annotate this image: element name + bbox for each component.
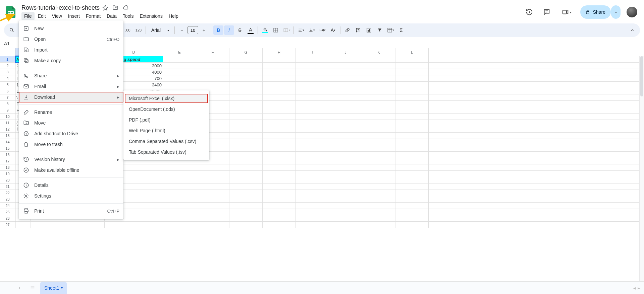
insert-chart-button[interactable] <box>364 25 374 35</box>
cell-G20[interactable] <box>229 177 263 183</box>
cell-I9[interactable] <box>296 107 329 114</box>
cell-E5[interactable] <box>163 82 196 88</box>
row-header-26[interactable]: 26 <box>0 215 15 222</box>
cell-J14[interactable] <box>329 139 362 145</box>
cell-G17[interactable] <box>229 158 263 164</box>
cell-J20[interactable] <box>329 177 362 183</box>
menu-tools[interactable]: Tools <box>120 12 137 20</box>
file-menu-settings[interactable]: Settings <box>19 191 123 201</box>
file-menu-download[interactable]: Download▶ <box>19 92 123 102</box>
download-microsoft[interactable]: Microsoft Excel (.xlsx) <box>125 94 208 103</box>
cell-K13[interactable] <box>362 133 395 139</box>
decimal-dec-icon[interactable]: .00 <box>123 25 133 35</box>
cell-L7[interactable] <box>395 94 429 101</box>
cell-G13[interactable] <box>229 133 263 139</box>
cell-I20[interactable] <box>296 177 329 183</box>
cell-I7[interactable] <box>296 94 329 101</box>
cell-K23[interactable] <box>362 196 395 203</box>
cell-I8[interactable] <box>296 101 329 107</box>
cell-E22[interactable] <box>163 190 196 196</box>
document-title[interactable]: Rows-tutorial-excel-to-sheets <box>21 4 100 11</box>
cell-G11[interactable] <box>229 120 263 126</box>
cell-K4[interactable] <box>362 75 395 82</box>
cell-B27[interactable] <box>31 222 46 228</box>
cell-K1[interactable] <box>362 56 395 63</box>
merge-button[interactable]: ▾ <box>281 25 291 35</box>
cell-E4[interactable] <box>163 75 196 82</box>
cell-J11[interactable] <box>329 120 362 126</box>
cell-J2[interactable] <box>329 63 362 69</box>
cell-G3[interactable] <box>229 69 263 75</box>
cell-G1[interactable] <box>229 56 263 63</box>
cell-H3[interactable] <box>263 69 296 75</box>
cell-L19[interactable] <box>395 171 429 177</box>
download-web[interactable]: Web Page (.html) <box>123 125 209 136</box>
menu-help[interactable]: Help <box>166 12 181 20</box>
cell-J7[interactable] <box>329 94 362 101</box>
functions-button[interactable]: Σ <box>396 25 406 35</box>
valign-button[interactable]: ▾ <box>307 25 317 35</box>
menu-edit[interactable]: Edit <box>35 12 49 20</box>
cell-I11[interactable] <box>296 120 329 126</box>
cell-L15[interactable] <box>395 145 429 152</box>
cell-K16[interactable] <box>362 152 395 158</box>
row-header-22[interactable]: 22 <box>0 190 15 196</box>
fill-color-button[interactable] <box>260 25 270 35</box>
cell-I10[interactable] <box>296 114 329 120</box>
cell-H20[interactable] <box>263 177 296 183</box>
cell-G26[interactable] <box>229 215 263 222</box>
cell-G7[interactable] <box>229 94 263 101</box>
cell-H6[interactable] <box>263 88 296 94</box>
cell-F4[interactable] <box>196 75 229 82</box>
row-header-21[interactable]: 21 <box>0 183 15 190</box>
cell-L2[interactable] <box>395 63 429 69</box>
file-menu-make-available-offline[interactable]: Make available offline <box>19 165 123 175</box>
cell-H11[interactable] <box>263 120 296 126</box>
cell-I5[interactable] <box>296 82 329 88</box>
file-menu-move[interactable]: Move <box>19 118 123 128</box>
cell-K7[interactable] <box>362 94 395 101</box>
cell-I23[interactable] <box>296 196 329 203</box>
cell-K26[interactable] <box>362 215 395 222</box>
cell-K24[interactable] <box>362 203 395 209</box>
cell-H19[interactable] <box>263 171 296 177</box>
cell-I16[interactable] <box>296 152 329 158</box>
cell-K12[interactable] <box>362 126 395 133</box>
row-header-17[interactable]: 17 <box>0 158 15 164</box>
cell-G22[interactable] <box>229 190 263 196</box>
cell-K15[interactable] <box>362 145 395 152</box>
cell-K11[interactable] <box>362 120 395 126</box>
row-header-15[interactable]: 15 <box>0 145 15 152</box>
cell-J12[interactable] <box>329 126 362 133</box>
file-menu-make-a-copy[interactable]: Make a copy <box>19 55 123 66</box>
row-header-13[interactable]: 13 <box>0 133 15 139</box>
download-comma[interactable]: Comma Separated Values (.csv) <box>123 136 209 147</box>
cell-H12[interactable] <box>263 126 296 133</box>
cell-J3[interactable] <box>329 69 362 75</box>
menu-format[interactable]: Format <box>83 12 103 20</box>
cell-J22[interactable] <box>329 190 362 196</box>
collapse-toolbar-icon[interactable] <box>627 25 637 35</box>
menu-insert[interactable]: Insert <box>65 12 83 20</box>
font-size-input[interactable] <box>187 26 198 34</box>
file-menu-version-history[interactable]: Version history▶ <box>19 154 123 165</box>
cell-G16[interactable] <box>229 152 263 158</box>
row-header-11[interactable]: 11 <box>0 120 15 126</box>
menu-file[interactable]: File <box>21 12 35 20</box>
cell-D27[interactable] <box>105 222 163 228</box>
cell-E19[interactable] <box>163 171 196 177</box>
download-pdf[interactable]: PDF (.pdf) <box>123 115 209 125</box>
cell-H10[interactable] <box>263 114 296 120</box>
row-header-27[interactable]: 27 <box>0 222 15 228</box>
cell-I4[interactable] <box>296 75 329 82</box>
row-header-14[interactable]: 14 <box>0 139 15 145</box>
cell-H15[interactable] <box>263 145 296 152</box>
row-header-4[interactable]: 4 <box>0 75 15 82</box>
cell-K19[interactable] <box>362 171 395 177</box>
cell-H5[interactable] <box>263 82 296 88</box>
cell-G14[interactable] <box>229 139 263 145</box>
row-header-12[interactable]: 12 <box>0 126 15 133</box>
select-all-corner[interactable] <box>0 48 15 56</box>
cell-I18[interactable] <box>296 164 329 171</box>
cell-I6[interactable] <box>296 88 329 94</box>
